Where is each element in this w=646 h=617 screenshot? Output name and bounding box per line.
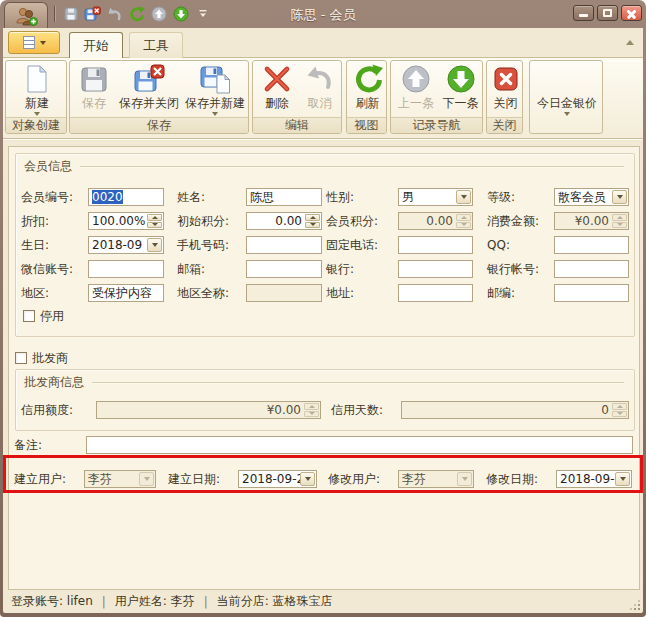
region-field[interactable]: 受保护内容 <box>88 284 164 302</box>
refresh-icon <box>352 63 384 95</box>
spin-down-icon[interactable] <box>147 222 162 229</box>
ribbon-group-save: 保存 保存并关闭 <box>69 60 249 134</box>
ribbon-group-view: 刷新 视图 <box>346 60 387 134</box>
group-caption-navigation: 记录导航 <box>391 117 482 133</box>
minimize-button[interactable] <box>573 5 594 21</box>
save-close-button[interactable]: 保存并关闭 <box>117 62 181 118</box>
modify-date-dropdown-button[interactable] <box>615 472 630 486</box>
points-value: 0.00 <box>426 214 453 228</box>
level-dropdown-button[interactable] <box>612 190 627 204</box>
discount-value: 100.00% <box>92 214 145 228</box>
spent-value: ¥0.00 <box>575 214 609 228</box>
remark-field[interactable] <box>86 436 633 454</box>
new-button-label: 新建 <box>25 97 49 110</box>
init-points-spin-buttons[interactable] <box>305 214 320 228</box>
save-new-button[interactable]: 保存并新建 <box>182 62 248 118</box>
name-label: 姓名: <box>177 188 205 206</box>
gender-dropdown-button[interactable] <box>456 190 471 204</box>
name-field[interactable]: 陈思 <box>246 188 322 206</box>
level-combo[interactable]: 散客会员 <box>554 188 629 206</box>
tel-field[interactable] <box>398 236 473 254</box>
bank-field[interactable] <box>398 260 473 278</box>
credit-limit-value: ¥0.00 <box>267 403 301 417</box>
next-record-button[interactable]: 下一条 <box>439 62 482 118</box>
save-new-button-label: 保存并新建 <box>185 97 245 110</box>
create-date-combo[interactable]: 2018-09-2 <box>238 470 317 488</box>
address-field[interactable] <box>398 284 473 302</box>
spent-spinner: ¥0.00 <box>554 212 629 230</box>
mobile-field[interactable] <box>246 236 322 254</box>
points-spinner: 0.00 <box>398 212 473 230</box>
bank-no-field[interactable] <box>554 260 629 278</box>
init-points-spinner[interactable]: 0.00 <box>246 212 322 230</box>
modify-user-label: 修改用户: <box>328 470 380 488</box>
status-branch: 当前分店: 蓝格珠宝店 <box>217 593 333 610</box>
modify-date-value: 2018-09-2 <box>560 472 622 486</box>
refresh-button[interactable]: 刷新 <box>349 62 386 118</box>
qq-field[interactable] <box>554 236 629 254</box>
gold-price-button[interactable]: 今日金银价 <box>532 95 602 129</box>
wechat-label: 微信账号: <box>21 260 73 278</box>
refresh-button-label: 刷新 <box>356 97 380 110</box>
gender-label: 性别: <box>326 188 354 206</box>
credit-limit-spinner: ¥0.00 <box>96 401 321 419</box>
credit-days-value: 0 <box>601 403 609 417</box>
email-field[interactable] <box>246 260 322 278</box>
qat-redo-icon[interactable] <box>127 4 146 23</box>
cancel-button: 取消 <box>299 62 340 118</box>
maximize-button[interactable] <box>597 5 618 21</box>
close-form-button[interactable]: 关闭 <box>489 62 522 118</box>
ribbon-menu-button[interactable] <box>8 31 60 54</box>
spin-up-icon[interactable] <box>147 214 162 221</box>
window-body: 开始 工具 新建 对象创建 <box>3 28 643 613</box>
discount-spin-buttons[interactable] <box>147 214 162 228</box>
member-no-field[interactable]: 0020 <box>88 188 164 206</box>
create-date-dropdown-button[interactable] <box>300 472 315 486</box>
prev-icon <box>400 63 432 95</box>
tab-tools[interactable]: 工具 <box>129 32 183 58</box>
gender-combo[interactable]: 男 <box>398 188 473 206</box>
region-full-field <box>246 284 322 302</box>
app-icon <box>14 6 38 26</box>
tab-start[interactable]: 开始 <box>69 32 123 58</box>
birthday-combo[interactable]: 2018-09 <box>88 236 164 254</box>
spin-down-icon[interactable] <box>305 222 320 229</box>
new-button[interactable]: 新建 <box>9 62 65 118</box>
mobile-label: 手机号码: <box>177 236 229 254</box>
spin-up-icon[interactable] <box>305 214 320 221</box>
wholesaler-checkbox[interactable] <box>15 352 27 364</box>
chevron-down-icon <box>152 243 158 247</box>
status-separator: | <box>102 595 106 609</box>
wechat-field[interactable] <box>88 260 164 278</box>
modify-date-label: 修改日期: <box>486 470 538 488</box>
ribbon-collapse-icon[interactable] <box>626 40 634 45</box>
chevron-down-icon <box>620 477 626 481</box>
points-spin-buttons <box>456 214 471 228</box>
bank-label: 银行: <box>326 260 354 278</box>
resize-grip[interactable] <box>628 598 641 611</box>
birthday-value: 2018-09 <box>92 238 142 252</box>
zipcode-label: 邮编: <box>487 284 515 302</box>
credit-limit-label: 信用额度: <box>21 401 73 419</box>
ribbon: 新建 对象创建 保存 <box>3 58 643 139</box>
qat-save-close-icon[interactable] <box>83 4 102 23</box>
credit-days-spinner: 0 <box>401 401 629 419</box>
discount-spinner[interactable]: 100.00% <box>88 212 164 230</box>
birthday-dropdown-button[interactable] <box>147 238 162 252</box>
close-box-icon <box>490 63 522 95</box>
modify-date-combo[interactable]: 2018-09-2 <box>556 470 632 488</box>
close-button[interactable] <box>621 5 642 21</box>
status-bar: 登录账号: lifen | 用户姓名: 李芬 | 当前分店: 蓝格珠宝店 <box>3 590 643 613</box>
qq-label: QQ: <box>487 236 510 254</box>
next-icon <box>445 63 477 95</box>
member-no-value: 0020 <box>92 190 123 204</box>
stop-checkbox[interactable] <box>23 310 35 322</box>
zipcode-field[interactable] <box>554 284 629 302</box>
points-label: 会员积分: <box>326 212 378 230</box>
wholesaler-checkbox-label: 批发商 <box>32 349 68 367</box>
spin-up-icon <box>612 403 627 410</box>
previous-record-button: 上一条 <box>394 62 438 118</box>
previous-record-label: 上一条 <box>398 97 434 110</box>
app-menu-button[interactable] <box>4 2 48 29</box>
delete-button[interactable]: 删除 <box>256 62 298 118</box>
